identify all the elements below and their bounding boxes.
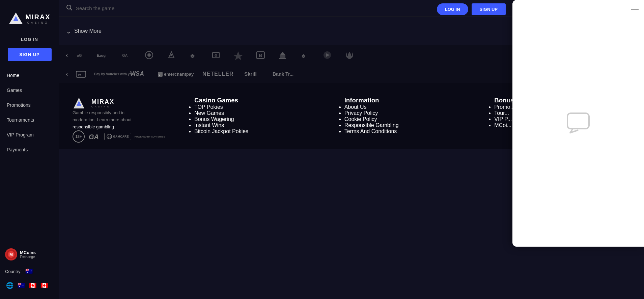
provider-p5[interactable]: B	[252, 50, 269, 60]
svg-text:M: M	[9, 252, 13, 257]
responsible-gambling-link[interactable]: responsible gambling	[73, 124, 114, 129]
sidebar: MIRAX CASINO LOG IN SIGN UP Home Games P…	[0, 0, 59, 299]
badge-18: 18+	[73, 130, 85, 143]
sidebar-bottom: M MCoins Exchange Country: 🇦🇺 🌐 🇦🇺 🇨🇦 🇨🇦	[0, 242, 59, 299]
sidebar-navigation: Home Games Promotions Tournaments VIP Pr…	[0, 68, 59, 242]
footer-link-cookie-policy[interactable]: Cookie Policy	[344, 116, 377, 122]
provider-ag[interactable]: aG	[74, 50, 91, 60]
provider-p6[interactable]	[274, 50, 291, 60]
provider-fire[interactable]	[341, 50, 358, 60]
payment-skrill[interactable]: Skrill	[244, 70, 264, 78]
mcoins-section[interactable]: M MCoins Exchange	[5, 245, 54, 264]
sidebar-item-games[interactable]: Games	[0, 83, 59, 98]
flag-ca2[interactable]: 🇨🇦	[39, 281, 49, 290]
sidebar-item-label: Promotions	[7, 102, 31, 108]
top-signup-button[interactable]: SIGN UP	[472, 3, 506, 15]
sidebar-item-promotions[interactable]: Promotions	[0, 98, 59, 113]
sidebar-logo: MIRAX CASINO	[5, 0, 54, 29]
sidebar-item-label: Home	[7, 73, 19, 78]
svg-text:♣: ♣	[190, 52, 195, 59]
payment-bank[interactable]: Bank Tr...	[272, 70, 299, 78]
provider-spade[interactable]: ♠	[297, 50, 313, 60]
country-label: Country:	[5, 269, 22, 274]
footer-link-vip[interactable]: VIP P...	[494, 116, 512, 122]
svg-text:Bank Tr...: Bank Tr...	[273, 71, 293, 77]
provider-clover[interactable]: ♣	[185, 50, 202, 60]
list-item: Privacy Policy	[344, 110, 474, 116]
footer-brand-sub: CASINO	[91, 105, 114, 108]
svg-text:Ezugi: Ezugi	[97, 53, 107, 57]
footer-link-privacy-policy[interactable]: Privacy Policy	[344, 110, 378, 116]
svg-text:NETELLER: NETELLER	[202, 71, 233, 77]
payment-interac[interactable]: int	[76, 71, 86, 78]
login-button[interactable]: LOG IN	[8, 33, 52, 45]
payment-visa[interactable]: VISA	[129, 70, 149, 78]
flag-au[interactable]: 🇦🇺	[17, 281, 26, 290]
list-item: About Us	[344, 104, 474, 110]
flag-ca1[interactable]: 🇨🇦	[28, 281, 37, 290]
badge-ga-icon: GA	[88, 132, 101, 141]
payment-emerchantpay[interactable]: e emerchantpay	[158, 72, 194, 77]
list-item: Terms And Conditions	[344, 128, 474, 134]
chat-close-button[interactable]: —	[631, 5, 639, 13]
mcoins-label: MCoins	[20, 250, 36, 255]
information-header: Information	[344, 97, 474, 104]
footer-divider-2	[334, 97, 334, 143]
payment-neteller[interactable]: NETELLER	[202, 70, 235, 78]
search-input[interactable]	[76, 5, 177, 11]
footer-divider-3	[484, 97, 484, 143]
flag-globe[interactable]: 🌐	[5, 281, 15, 290]
sidebar-item-label: Games	[7, 88, 22, 93]
show-more-label: Show More	[74, 28, 102, 34]
badge-softswiss: POWERED BY SOFTSWISS	[135, 135, 165, 138]
provider-p4[interactable]	[230, 50, 247, 60]
flags-row: 🌐 🇦🇺 🇨🇦 🇨🇦	[5, 279, 54, 292]
casino-games-header: Casino Games	[194, 97, 324, 104]
provider-p2[interactable]	[163, 50, 180, 60]
provider-p1[interactable]	[141, 50, 158, 60]
sidebar-item-home[interactable]: Home	[0, 68, 59, 83]
svg-text:e: e	[159, 73, 160, 76]
footer-link-terms[interactable]: Terms And Conditions	[344, 128, 397, 134]
sidebar-item-vip[interactable]: VIP Program	[0, 127, 59, 142]
provider-p3[interactable]: ⚙	[207, 50, 224, 60]
payments-left-arrow[interactable]: ‹	[66, 71, 68, 78]
provider-ga[interactable]: GA	[118, 50, 135, 60]
footer-link-top-pokies[interactable]: TOP Pokies	[194, 104, 223, 110]
footer-link-bitcoin-jackpot[interactable]: Bitcoin Jackpot Pokies	[194, 128, 248, 134]
svg-marker-17	[233, 51, 243, 60]
footer-link-instant-wins[interactable]: Instant Wins	[194, 122, 224, 128]
svg-point-11	[147, 53, 151, 57]
top-login-button[interactable]: LOG IN	[437, 3, 468, 15]
list-item: Responsible Gambling	[344, 122, 474, 128]
svg-rect-21	[279, 58, 286, 59]
providers-left-arrow[interactable]: ‹	[66, 52, 68, 59]
chat-popup: —	[512, 0, 644, 247]
list-item: Bonus Wagering	[194, 116, 324, 122]
country-flag[interactable]: 🇦🇺	[24, 267, 34, 276]
search-icon	[66, 4, 73, 13]
footer-link-tour[interactable]: Tour...	[494, 110, 509, 116]
svg-text:aG: aG	[77, 53, 82, 57]
footer-link-promo[interactable]: Promo...	[494, 104, 514, 110]
footer-link-bonus-wagering[interactable]: Bonus Wagering	[194, 116, 234, 122]
svg-point-13	[170, 54, 172, 56]
payment-voucher: Pay by Voucher with your	[94, 72, 121, 76]
logo-brand: MIRAX	[25, 13, 50, 21]
sidebar-item-payments[interactable]: Payments	[0, 142, 59, 157]
list-item: Instant Wins	[194, 122, 324, 128]
footer-link-about-us[interactable]: About Us	[344, 104, 367, 110]
footer-information: Information About Us Privacy Policy Cook…	[338, 97, 481, 143]
provider-ezugi[interactable]: Ezugi	[96, 50, 113, 60]
provider-p7[interactable]	[319, 50, 336, 60]
footer-link-new-games[interactable]: New Games	[194, 110, 224, 116]
footer-casino-games: Casino Games TOP Pokies New Games Bonus …	[188, 97, 331, 143]
svg-text:int: int	[78, 73, 81, 76]
signup-button[interactable]: SIGN UP	[8, 48, 52, 61]
footer-link-responsible-gambling[interactable]: Responsible Gambling	[344, 122, 399, 128]
footer-link-mcoins[interactable]: MCoi...	[494, 122, 511, 128]
sidebar-item-tournaments[interactable]: Tournaments	[0, 113, 59, 127]
footer-divider-1	[184, 97, 184, 143]
svg-text:Skrill: Skrill	[244, 71, 257, 77]
logo-sub: CASINO	[25, 21, 50, 24]
